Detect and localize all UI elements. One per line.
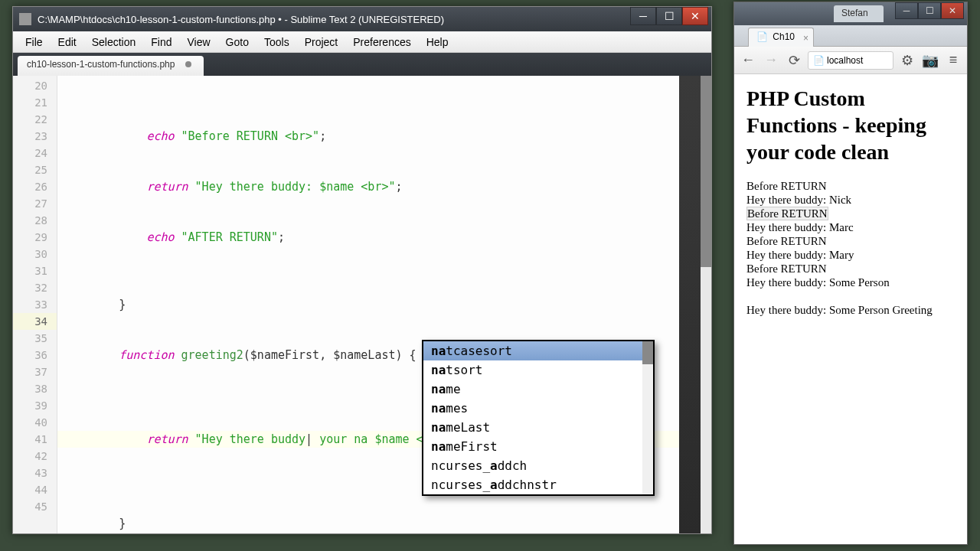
window-title: C:\MAMP\htdocs\ch10-lesson-1-custom-func… — [38, 14, 711, 25]
menu-edit[interactable]: Edit — [51, 33, 84, 51]
menu-find[interactable]: Find — [143, 33, 179, 51]
editor-tabs: ch10-lesson-1-custom-functions.php — [13, 53, 711, 76]
sublime-titlebar[interactable]: C:\MAMP\htdocs\ch10-lesson-1-custom-func… — [13, 7, 711, 31]
chrome-close-button[interactable]: ✕ — [941, 2, 964, 19]
output-block: Before RETURNHey there buddy: NickBefore… — [746, 179, 955, 289]
autocomplete-item[interactable]: name — [423, 380, 653, 399]
page-heading: PHP Custom Functions - keeping your code… — [746, 85, 955, 165]
chrome-toolbar: ← → ⟳ 📄 localhost ⚙ 📷 ≡ — [734, 47, 967, 74]
chrome-minimize-button[interactable]: ─ — [895, 2, 918, 19]
menu-preferences[interactable]: Preferences — [345, 33, 418, 51]
output-line: Before RETURN — [746, 179, 955, 193]
autocomplete-item[interactable]: names — [423, 399, 653, 418]
menu-selection[interactable]: Selection — [84, 33, 144, 51]
menu-help[interactable]: Help — [419, 33, 456, 51]
camera-icon[interactable]: 📷 — [921, 51, 939, 70]
editor-scrollbar[interactable] — [701, 76, 711, 533]
output-line: Before RETURN — [746, 262, 955, 276]
autocomplete-item[interactable]: nameLast — [423, 418, 653, 437]
output-line: Hey there buddy: Nick — [746, 193, 955, 207]
forward-button[interactable]: → — [762, 51, 780, 70]
menu-goto[interactable]: Goto — [218, 33, 256, 51]
minimap[interactable] — [679, 76, 701, 533]
output-line: Hey there buddy: Some Person — [746, 276, 955, 289]
output-line: Hey there buddy: Marc — [746, 220, 955, 234]
site-icon: 📄 — [813, 55, 824, 66]
page-icon: 📄 — [756, 31, 767, 42]
minimize-button[interactable]: ─ — [630, 7, 656, 25]
user-badge[interactable]: Stefan — [834, 5, 884, 22]
maximize-button[interactable]: ☐ — [656, 7, 682, 25]
output-line-extra: Hey there buddy: Some Person Greeting — [746, 303, 955, 317]
close-button[interactable]: ✕ — [682, 7, 708, 25]
line-gutter: 2021222324252627282930313233343536373839… — [13, 76, 57, 533]
autocomplete-item[interactable]: ncurses_addchnstr — [423, 475, 653, 494]
autocomplete-item[interactable]: ncurses_addch — [423, 456, 653, 475]
chrome-tabstrip: 📄 Ch10 × — [734, 25, 967, 47]
reload-button[interactable]: ⟳ — [785, 51, 803, 70]
address-text: localhost — [827, 55, 863, 66]
menu-view[interactable]: View — [180, 33, 218, 51]
page-content: PHP Custom Functions - keeping your code… — [734, 74, 967, 328]
tab-label: ch10-lesson-1-custom-functions.php — [27, 59, 175, 70]
address-bar[interactable]: 📄 localhost — [808, 51, 893, 70]
chrome-window: Stefan ─ ☐ ✕ 📄 Ch10 × ← → ⟳ 📄 localhost … — [733, 2, 968, 545]
menu-project[interactable]: Project — [297, 33, 346, 51]
sublime-app-icon — [19, 13, 31, 25]
tab-close-icon[interactable] — [185, 61, 191, 67]
browser-tab[interactable]: 📄 Ch10 × — [748, 28, 814, 47]
autocomplete-scroll-thumb[interactable] — [642, 341, 653, 364]
menu-file[interactable]: File — [18, 33, 51, 51]
output-line: Before RETURN — [746, 234, 955, 248]
settings-icon[interactable]: ⚙ — [898, 51, 916, 70]
autocomplete-scrollbar[interactable] — [642, 341, 653, 494]
menu-icon[interactable]: ≡ — [944, 51, 962, 70]
output-line: Hey there buddy: Mary — [746, 248, 955, 262]
autocomplete-item[interactable]: natsort — [423, 360, 653, 380]
autocomplete-popup: natcasesortnatsortnamenamesnameLastnameF… — [422, 340, 655, 496]
autocomplete-item[interactable]: natcasesort — [423, 341, 653, 360]
file-tab[interactable]: ch10-lesson-1-custom-functions.php — [18, 56, 204, 76]
menubar: File Edit Selection Find View Goto Tools… — [13, 31, 711, 53]
chrome-maximize-button[interactable]: ☐ — [918, 2, 941, 19]
tab-title: Ch10 — [773, 31, 795, 42]
autocomplete-item[interactable]: nameFirst — [423, 437, 653, 456]
menu-tools[interactable]: Tools — [256, 33, 297, 51]
window-controls: ─ ☐ ✕ — [630, 7, 708, 25]
chrome-window-controls: ─ ☐ ✕ — [895, 2, 964, 19]
scrollbar-thumb[interactable] — [701, 76, 711, 267]
output-line: Before RETURN — [746, 207, 955, 220]
chrome-titlebar[interactable]: Stefan ─ ☐ ✕ — [734, 2, 967, 25]
tab-close-icon[interactable]: × — [803, 33, 808, 44]
back-button[interactable]: ← — [739, 51, 757, 70]
